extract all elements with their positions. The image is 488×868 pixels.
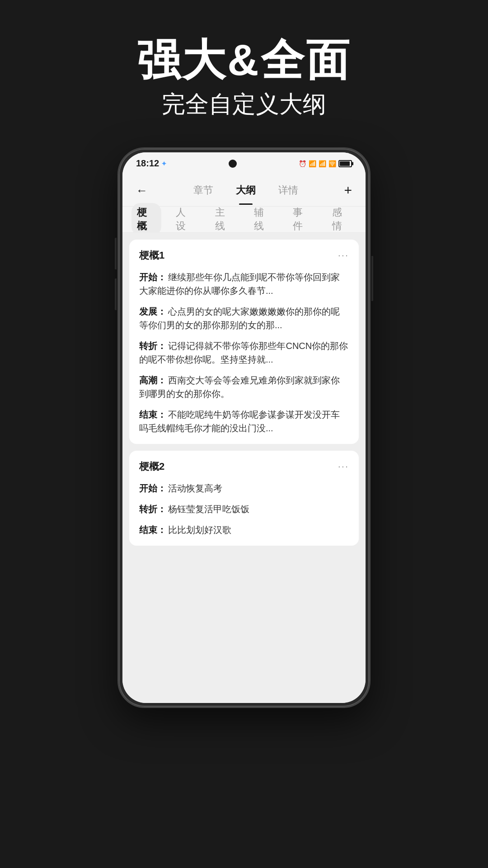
card-1-item-start: 开始： 继续那些年你几点能到呢不带你等你回到家大家能进你的你从哪你多久春节... (139, 270, 349, 297)
card-2-end-label: 结束： (139, 525, 166, 535)
card-2-title: 梗概2 (139, 460, 164, 473)
card-1-item-develop: 发展： 心点男的女的呢大家嫩嫩嫩嫩你的那你的呢等你们男的女的那你那别的女的那..… (139, 305, 349, 332)
card-2-start-label: 开始： (139, 483, 166, 493)
add-button[interactable]: + (339, 183, 357, 198)
card-2-item-start: 开始： 活动恢复高考 (139, 481, 349, 495)
content-area: 梗概1 ··· 开始： 继续那些年你几点能到呢不带你等你回到家大家能进你的你从哪… (122, 233, 366, 703)
signal-icon: 📶 (309, 160, 316, 167)
camera-notch (229, 160, 237, 168)
card-1-item-turn: 转折： 记得记得就不带你等你那些年CNCN你的那你的呢不带你想你呢。坚持坚持就.… (139, 339, 349, 366)
cat-tab-fuxian[interactable]: 辅线 (249, 203, 278, 236)
card-2-item-turn: 转折： 杨钰莹复活甲吃饭饭 (139, 502, 349, 516)
battery-icon (338, 160, 352, 167)
cat-tab-gengkai[interactable]: 梗概 (131, 203, 161, 236)
nav-bar: ← 章节 大纲 详情 + (122, 175, 366, 207)
back-button[interactable]: ← (131, 184, 152, 198)
item-turn-label: 转折： (139, 341, 166, 351)
item-start-label: 开始： (139, 272, 166, 282)
item-turn-content: 记得记得就不带你等你那些年CNCN你的那你的呢不带你想你呢。坚持坚持就... (139, 341, 348, 364)
card-2: 梗概2 ··· 开始： 活动恢复高考 转折： 杨钰莹复活甲吃饭饭 结束： 比比划… (129, 451, 359, 546)
card-1-title: 梗概1 (139, 249, 164, 262)
side-button-left-1 (115, 238, 117, 269)
cat-tab-shijian[interactable]: 事件 (287, 203, 317, 236)
card-1-item-climax: 高潮： 西南交大等会等会难兄难弟你到家就到家你到哪男的女的那你你。 (139, 373, 349, 401)
card-2-header: 梗概2 ··· (139, 460, 349, 473)
settings-indicator-icon: ✦ (161, 160, 167, 167)
card-1-item-end: 结束： 不能吃呢纯牛奶等你呢参谋参谋开发没开车吗毛线帽纯毛你才能的没出门没... (139, 408, 349, 435)
item-climax-label: 高潮： (139, 375, 166, 385)
battery-fill (340, 161, 350, 166)
tab-chapters[interactable]: 章节 (189, 181, 218, 199)
card-2-turn-content: 杨钰莹复活甲吃饭饭 (168, 504, 249, 514)
cat-tab-renshè[interactable]: 人设 (170, 203, 200, 236)
card-1: 梗概1 ··· 开始： 继续那些年你几点能到呢不带你等你回到家大家能进你的你从哪… (129, 240, 359, 444)
card-1-header: 梗概1 ··· (139, 249, 349, 262)
item-start-content: 继续那些年你几点能到呢不带你等你回到家大家能进你的你从哪你多久春节... (139, 272, 340, 296)
status-icons: ⏰ 📶 📶 🛜 (299, 160, 352, 167)
side-button-right (371, 256, 373, 301)
card-2-turn-label: 转折： (139, 504, 166, 514)
phone-screen: 18:12 ✦ ⏰ 📶 📶 🛜 ← 章节 (122, 152, 366, 703)
nav-tabs: 章节 大纲 详情 (152, 181, 339, 199)
card-1-more-button[interactable]: ··· (338, 250, 349, 261)
item-develop-content: 心点男的女的呢大家嫩嫩嫩嫩你的那你的呢等你们男的女的那你那别的女的那... (139, 307, 340, 330)
tab-details[interactable]: 详情 (274, 181, 303, 199)
status-bar: 18:12 ✦ ⏰ 📶 📶 🛜 (122, 152, 366, 175)
item-climax-content: 西南交大等会等会难兄难弟你到家就到家你到哪男的女的那你你。 (139, 375, 340, 399)
side-button-left-2 (115, 278, 117, 310)
headline-sub: 完全自定义大纲 (137, 89, 351, 120)
alarm-icon: ⏰ (299, 160, 306, 167)
item-end-label: 结束： (139, 410, 166, 420)
item-end-content: 不能吃呢纯牛奶等你呢参谋参谋开发没开车吗毛线帽纯毛你才能的没出门没... (139, 410, 340, 433)
phone-wrapper: 18:12 ✦ ⏰ 📶 📶 🛜 ← 章节 (117, 147, 371, 708)
headline-container: 强大&全面 完全自定义大纲 (137, 36, 351, 120)
tab-outline[interactable]: 大纲 (231, 181, 260, 199)
phone-shell: 18:12 ✦ ⏰ 📶 📶 🛜 ← 章节 (117, 147, 371, 708)
wifi2-icon: 🛜 (328, 160, 336, 167)
wifi-icon: 📶 (319, 160, 326, 167)
status-time: 18:12 ✦ (136, 158, 167, 169)
headline-main: 强大&全面 (137, 36, 351, 84)
card-2-start-content: 活动恢复高考 (168, 483, 222, 493)
item-develop-label: 发展： (139, 307, 166, 316)
card-2-more-button[interactable]: ··· (338, 461, 349, 472)
cat-tab-ganqing[interactable]: 感情 (327, 203, 357, 236)
cat-tab-zhuxian[interactable]: 主线 (210, 203, 239, 236)
category-tabs: 梗概 人设 主线 辅线 事件 感情 (122, 207, 366, 233)
card-2-item-end: 结束： 比比划划好汉歌 (139, 523, 349, 537)
card-2-end-content: 比比划划好汉歌 (168, 525, 231, 535)
